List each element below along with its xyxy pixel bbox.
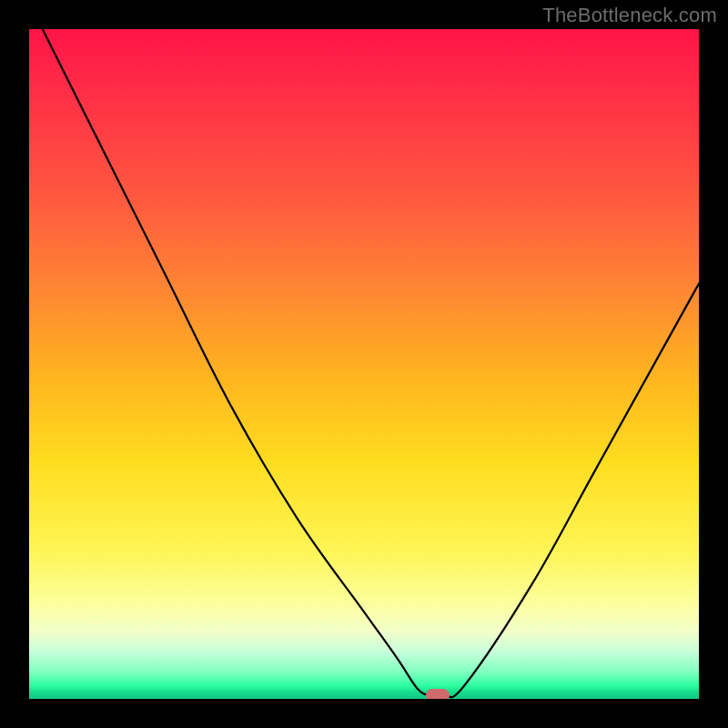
optimal-marker [426,689,450,699]
chart-frame: TheBottleneck.com [0,0,728,728]
bottleneck-curve [29,29,699,699]
plot-area [29,29,699,699]
watermark-text: TheBottleneck.com [542,4,717,27]
